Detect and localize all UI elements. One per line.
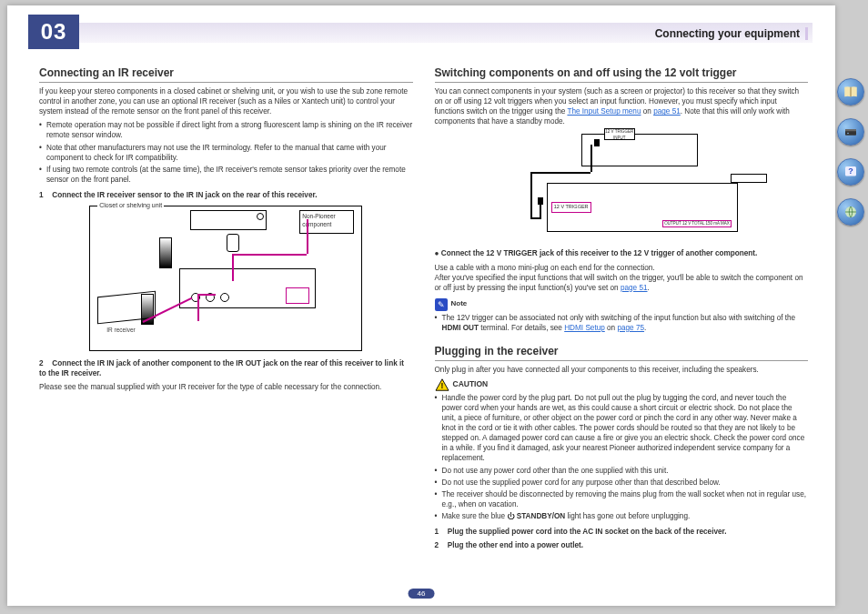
after-specify-note: After you've specified the input functio… (435, 273, 809, 293)
step-number: 1 (39, 190, 50, 200)
plug-step-2: 2 Plug the other end into a power outlet… (435, 540, 809, 550)
svg-text:!: ! (440, 381, 443, 390)
note-icon: ✎ (435, 298, 448, 311)
text: . (648, 284, 650, 292)
caution-icon: ! (435, 378, 449, 391)
note-bullet-list: The 12V trigger can be associated not on… (435, 313, 809, 333)
text: light has gone out before unplugging. (565, 512, 690, 520)
nav-manual-button[interactable] (837, 78, 864, 106)
text: terminal. For details, see (479, 324, 564, 332)
cable-line (590, 145, 592, 172)
trigger-connect-bullet: ● Connect the 12 V TRIGGER jack of this … (435, 248, 809, 258)
network-icon (843, 204, 859, 220)
note-bullet: The 12V trigger can be associated not on… (435, 313, 809, 333)
left-column: Connecting an IR receiver If you keep yo… (39, 62, 413, 584)
caution-label: CAUTION (453, 379, 489, 389)
receiver-back-illustration: 12 V TRIGGER OUTPUT 12 V TOTAL 150 mA MA… (547, 183, 738, 232)
ir-sensor-illustration (227, 234, 239, 252)
text: After you've specified the input functio… (435, 274, 803, 292)
page: 03 Connecting your equipment Connecting … (7, 5, 835, 606)
page-51-link[interactable]: page 51 (653, 107, 681, 116)
text: Make sure the blue (442, 512, 508, 520)
step-number: 2 (435, 540, 446, 550)
nav-device-button[interactable] (837, 118, 864, 146)
plugging-intro: Only plug in after you have connected al… (435, 365, 809, 375)
caution-bullet: Do not use any power cord other than the… (435, 466, 809, 476)
plug-step-1: 1 Plug the supplied power cord into the … (435, 527, 809, 537)
cable-note: Use a cable with a mono mini-plug on eac… (435, 263, 809, 273)
wire-line (232, 254, 234, 281)
note-heading: ✎ Note (435, 298, 809, 311)
page-51-link[interactable]: page 51 (621, 284, 648, 292)
note-label: Note (451, 299, 468, 309)
hdmi-setup-link[interactable]: HDMI Setup (564, 324, 605, 332)
left-step-2: 2 Connect the IR IN jack of another comp… (39, 358, 413, 378)
trigger-spec-label: OUTPUT 12 V TOTAL 150 mA MAX (662, 220, 732, 228)
wire-line (232, 254, 307, 256)
right-column: Switching components on and off using th… (435, 62, 809, 584)
receiver-front-illustration (190, 210, 267, 230)
svg-rect-3 (845, 129, 856, 131)
hdmi-out-bold: HDMI OUT (442, 324, 479, 332)
left-heading: Connecting an IR receiver (39, 65, 413, 83)
plug-icon (594, 139, 600, 146)
caution-heading: ! CAUTION (435, 378, 809, 391)
book-icon (843, 84, 859, 100)
step-text: Plug the supplied power cord into the AC… (448, 528, 727, 536)
right-intro: You can connect components in your syste… (435, 86, 809, 126)
chapter-number-tab: 03 (28, 15, 79, 49)
plug-icon (538, 197, 543, 205)
text: on (605, 324, 618, 332)
content-columns: Connecting an IR receiver If you keep yo… (39, 62, 808, 584)
caution-bullet-list: Handle the power cord by the plug part. … (435, 393, 809, 521)
nav-network-button[interactable] (837, 198, 864, 226)
step-number: 1 (435, 527, 446, 537)
intro-text: on (641, 107, 653, 116)
input-setup-menu-link[interactable]: The Input Setup menu (567, 107, 641, 116)
left-step-2-note: Please see the manual supplied with your… (39, 382, 413, 392)
caution-bullet: Do not use the supplied power cord for a… (435, 478, 809, 488)
device-icon (843, 124, 859, 140)
receiver-back-illustration (179, 268, 316, 308)
svg-point-4 (847, 133, 849, 135)
side-nav: ? (837, 78, 864, 226)
standby-symbol: ⏻ (507, 512, 514, 520)
step-text: Plug the other end into a power outlet. (448, 541, 583, 549)
trigger-jack-label: 12 V TRIGGER (551, 202, 591, 212)
bullet-bold-text: Connect the 12 V TRIGGER jack of this re… (441, 249, 758, 257)
left-step-1: 1 Connect the IR receiver sensor to the … (39, 190, 413, 200)
highlight-box (286, 287, 309, 304)
right-heading-1: Switching components on and off using th… (435, 65, 809, 83)
left-bullet: If using two remote controls (at the sam… (39, 165, 413, 185)
ir-receiver-caption: IR receiver (106, 327, 135, 335)
page-number: 46 (409, 589, 435, 599)
caution-bullet: Make sure the blue ⏻ STANDBY/ON light ha… (435, 511, 809, 521)
step-text: Connect the IR receiver sensor to the IR… (52, 191, 317, 199)
left-intro: If you keep your stereo components in a … (39, 86, 413, 116)
jack-icon (220, 293, 229, 302)
receiver-front-small (731, 174, 767, 183)
wire-line (197, 294, 216, 296)
cable-line (530, 217, 540, 219)
text: . (644, 324, 646, 332)
chapter-title: Connecting your equipment (655, 27, 808, 40)
left-bullet-list: Remote operation may not be possible if … (39, 120, 413, 184)
help-icon: ? (843, 164, 859, 180)
arrow-icon (159, 237, 172, 268)
standby-on-bold: STANDBY/ON (517, 512, 566, 520)
figure-label: Closet or shelving unit (97, 201, 164, 209)
cable-line (530, 172, 590, 174)
page-75-link[interactable]: page 75 (617, 324, 644, 332)
wire-line (197, 294, 199, 321)
caution-bullet: The receiver should be disconnected by r… (435, 489, 809, 509)
text: The 12V trigger can be associated not on… (442, 314, 796, 322)
wire-line (307, 219, 308, 254)
nav-help-button[interactable]: ? (837, 158, 864, 186)
ir-receiver-figure: Closet or shelving unit Non-Pioneer comp… (89, 206, 362, 351)
step-text: Connect the IR IN jack of another compon… (39, 359, 404, 377)
right-heading-2: Plugging in the receiver (435, 344, 809, 361)
cable-line (530, 172, 532, 217)
caution-bullet: Handle the power cord by the plug part. … (435, 393, 809, 463)
left-bullet: Note that other manufacturers may not us… (39, 143, 413, 163)
svg-text:?: ? (848, 166, 853, 176)
